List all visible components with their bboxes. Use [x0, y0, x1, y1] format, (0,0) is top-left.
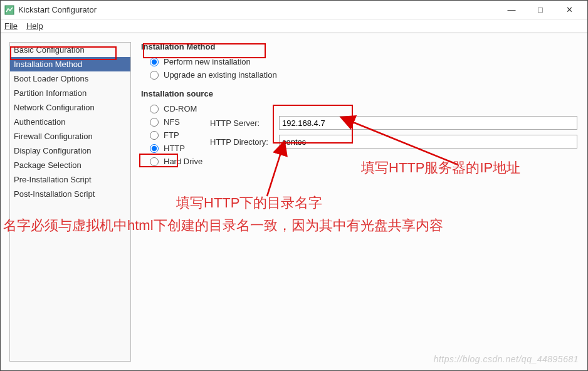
http-directory-input[interactable]	[279, 135, 577, 149]
radio-label-new: Perform new installation	[164, 57, 251, 66]
annotation-server-ip: 填写HTTP服务器的IP地址	[361, 159, 520, 177]
radio-perform-new-installation[interactable]	[150, 58, 159, 66]
radio-row-hard-drive[interactable]: Hard Drive	[141, 155, 210, 168]
minimize-button[interactable]: —	[497, 1, 526, 19]
close-button[interactable]: ✕	[555, 1, 584, 19]
sidebar-item-package-selection[interactable]: Package Selection	[10, 158, 130, 172]
section-installation-method-title: Installation Method	[141, 42, 579, 51]
sidebar-item-basic-configuration[interactable]: Basic Configuration	[10, 43, 130, 57]
sidebar-item-partition-information[interactable]: Partition Information	[10, 86, 130, 100]
radio-http[interactable]	[150, 144, 159, 153]
field-row-http-directory: HTTP Directory:	[210, 132, 577, 151]
radio-label-cdrom: CD-ROM	[164, 104, 197, 113]
sidebar-item-pre-installation-script[interactable]: Pre-Installation Script	[10, 172, 130, 187]
sidebar-item-display-configuration[interactable]: Display Configuration	[10, 144, 130, 158]
section-installation-source-title: Installation source	[141, 89, 579, 98]
radio-label-ftp: FTP	[164, 130, 179, 140]
annotation-dir-note: 名字必须与虚拟机中html下创建的目录名一致，因为其中有光盘共享内容	[3, 216, 580, 235]
field-row-http-server: HTTP Server:	[210, 113, 577, 132]
sidebar-item-boot-loader-options[interactable]: Boot Loader Options	[10, 71, 130, 86]
annotation-dir-name: 填写HTTP下的目录名字	[176, 194, 322, 212]
menu-file[interactable]: File	[4, 21, 18, 31]
sidebar: Basic Configuration Installation Method …	[9, 42, 131, 362]
radio-label-nfs: NFS	[164, 117, 180, 127]
app-icon	[4, 5, 14, 15]
radio-row-ftp[interactable]: FTP	[141, 128, 210, 142]
app-window: Kickstart Configurator — □ ✕ File Help B…	[0, 0, 588, 371]
maximize-button[interactable]: □	[526, 1, 555, 19]
sidebar-item-firewall-configuration[interactable]: Firewall Configuration	[10, 129, 130, 144]
radio-ftp[interactable]	[150, 131, 159, 140]
sidebar-item-post-installation-script[interactable]: Post-Installation Script	[10, 187, 130, 201]
radio-cdrom[interactable]	[150, 105, 159, 113]
radio-label-hd: Hard Drive	[164, 157, 202, 166]
radio-upgrade-existing[interactable]	[150, 71, 159, 80]
menu-help[interactable]: Help	[26, 21, 43, 31]
watermark: https://blog.csdn.net/qq_44895681	[434, 354, 579, 364]
http-server-input[interactable]	[279, 116, 577, 130]
radio-row-nfs[interactable]: NFS	[141, 115, 210, 128]
radio-row-new-install[interactable]: Perform new installation	[141, 55, 579, 68]
radio-row-http[interactable]: HTTP	[141, 142, 210, 155]
radio-row-cdrom[interactable]: CD-ROM	[141, 102, 210, 115]
sidebar-item-authentication[interactable]: Authentication	[10, 115, 130, 129]
radio-hard-drive[interactable]	[150, 157, 159, 166]
radio-nfs[interactable]	[150, 118, 159, 127]
http-directory-label: HTTP Directory:	[210, 137, 279, 147]
radio-label-upgrade: Upgrade an existing installation	[164, 70, 277, 80]
menubar: File Help	[1, 19, 587, 33]
http-server-label: HTTP Server:	[210, 118, 279, 128]
sidebar-item-network-configuration[interactable]: Network Configuration	[10, 100, 130, 115]
radio-row-upgrade[interactable]: Upgrade an existing installation	[141, 68, 579, 81]
radio-label-http: HTTP	[164, 144, 185, 153]
window-title: Kickstart Configurator	[18, 5, 97, 14]
titlebar: Kickstart Configurator — □ ✕	[1, 1, 587, 19]
window-body: Basic Configuration Installation Method …	[1, 33, 587, 370]
sidebar-item-installation-method[interactable]: Installation Method	[10, 57, 130, 71]
